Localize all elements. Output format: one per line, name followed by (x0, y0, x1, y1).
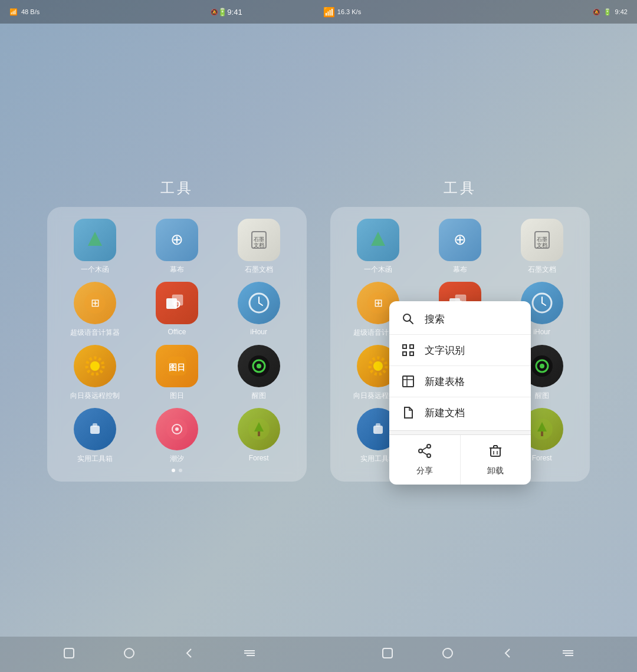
menu-divider (389, 430, 531, 435)
svg-point-81 (443, 648, 452, 658)
right-folder-card: 一个木函 ⊕ 幕布 石墨 文档 石墨文 (330, 207, 590, 482)
app-shimo[interactable]: 石墨 文档 石墨文档 (220, 219, 297, 275)
menu-action-uninstall[interactable]: 卸载 (461, 435, 531, 485)
svg-rect-68 (491, 448, 500, 456)
status-center-right: 📶 16.3 K/s (250, 0, 434, 24)
trash-icon (488, 443, 503, 462)
svg-line-67 (422, 452, 427, 455)
app-xingtucn[interactable]: 醒图 (220, 345, 297, 401)
battery-icon-left: 🔋 (218, 8, 227, 17)
app-icon-muhan (74, 219, 116, 261)
svg-text:图日: 图日 (169, 363, 185, 372)
app-chaoxi[interactable]: 潮汐 (139, 408, 216, 464)
app-shimo-r[interactable]: 石墨 文档 石墨文档 (503, 219, 580, 275)
menu-item-new-table[interactable]: 新建表格 (389, 366, 531, 397)
svg-rect-75 (64, 648, 74, 658)
svg-rect-20 (90, 426, 100, 434)
svg-point-46 (540, 364, 544, 368)
app-label-xingtucn: 醒图 (252, 391, 266, 401)
signal-icon-right: 📶 (323, 6, 335, 18)
svg-text:⊕: ⊕ (454, 230, 467, 248)
svg-point-65 (427, 454, 431, 457)
speed-text-right: 16.3 K/s (337, 8, 361, 15)
svg-point-24 (175, 427, 179, 431)
app-icon-office: O (156, 282, 198, 324)
menu-label-new-table: 新建表格 (425, 375, 465, 388)
status-left: 📶 48 B/s (0, 0, 203, 24)
app-calc[interactable]: ⊞ 超级语音计算器 (57, 282, 134, 338)
svg-text:⊕: ⊕ (170, 230, 183, 248)
menu-item-new-doc[interactable]: 新建文档 (389, 397, 531, 428)
app-icon-muhan-r (357, 219, 399, 261)
nav-square-left[interactable] (63, 647, 75, 663)
left-app-grid: 一个木函 ⊕ 幕布 石墨 文档 石墨文 (57, 219, 297, 464)
nav-home-left[interactable] (123, 647, 136, 663)
nav-back-right[interactable] (501, 647, 514, 663)
nav-menu-right[interactable] (562, 647, 574, 663)
app-office[interactable]: O Office (139, 282, 216, 338)
app-ihour[interactable]: iHour (220, 282, 297, 338)
app-icon-chaoxi (156, 408, 198, 450)
nav-menu-left[interactable] (243, 647, 256, 663)
app-icon-toolbox (74, 408, 116, 450)
svg-point-76 (124, 648, 134, 658)
app-muhan-r[interactable]: 一个木函 (340, 219, 417, 275)
time-right: 9:42 (615, 8, 628, 15)
app-icon-calc: ⊞ (74, 282, 116, 324)
app-toolbox[interactable]: 实用工具箱 (57, 408, 134, 464)
app-label-tuori: 图日 (170, 391, 184, 401)
app-label-xingtucn-r: 醒图 (535, 391, 549, 401)
nav-back-left[interactable] (183, 647, 196, 663)
svg-text:文档: 文档 (254, 242, 264, 248)
app-sunflower[interactable]: 向日葵远程控制 (57, 345, 134, 401)
right-panel-title: 工具 (444, 179, 477, 197)
svg-line-39 (542, 303, 546, 305)
svg-rect-57 (410, 345, 413, 348)
nav-left (0, 637, 318, 672)
svg-line-55 (410, 321, 413, 324)
app-icon-shimo: 石墨 文档 (238, 219, 280, 261)
app-icon-tuori: 图日 (156, 345, 198, 387)
menu-items-section: 搜索 文字识别 (389, 301, 531, 430)
status-right: 🔕 🔋 9:42 (434, 0, 637, 24)
left-panel: 工具 一个木函 ⊕ 幕布 (47, 179, 307, 482)
search-icon (401, 312, 415, 326)
app-label-calc: 超级语音计算器 (70, 328, 120, 338)
menu-action-share[interactable]: 分享 (389, 435, 461, 485)
menu-item-ocr[interactable]: 文字识别 (389, 335, 531, 366)
app-forest[interactable]: Forest (220, 408, 297, 464)
nav-home-right[interactable] (441, 647, 454, 663)
nav-square-right[interactable] (381, 647, 394, 663)
app-icon-sunflower (74, 345, 116, 387)
app-icon-xingtucn (238, 345, 280, 387)
svg-rect-56 (403, 345, 406, 348)
svg-text:石墨: 石墨 (537, 236, 547, 242)
app-label-office: Office (168, 328, 186, 336)
app-label-mubu-r: 幕布 (453, 265, 467, 275)
status-bar: 📶 48 B/s 🔕 🔋 9:41 📶 16.3 K/s 🔕 🔋 9:42 (0, 0, 637, 24)
app-icon-mubu: ⊕ (156, 219, 198, 261)
menu-label-new-doc: 新建文档 (425, 406, 465, 420)
app-label-sunflower: 向日葵远程控制 (70, 391, 120, 401)
menu-action-label-share: 分享 (416, 466, 433, 476)
svg-text:O: O (173, 299, 180, 309)
time-left: 9:41 (227, 8, 242, 17)
mute-icon-right: 🔕 (593, 9, 600, 15)
left-panel-title: 工具 (160, 179, 193, 197)
svg-rect-47 (373, 426, 383, 434)
menu-action-label-uninstall: 卸载 (487, 466, 504, 476)
app-mubu-r[interactable]: ⊕ 幕布 (422, 219, 499, 275)
menu-item-search[interactable]: 搜索 (389, 304, 531, 335)
svg-marker-0 (88, 232, 102, 246)
app-muhan[interactable]: 一个木函 (57, 219, 134, 275)
svg-rect-59 (410, 352, 413, 355)
wifi-icon: 📶 (9, 8, 18, 16)
app-mubu[interactable]: ⊕ 幕布 (139, 219, 216, 275)
svg-text:石墨: 石墨 (254, 236, 264, 242)
menu-label-ocr: 文字识别 (425, 344, 465, 357)
signal-text-left: 48 B/s (21, 8, 40, 15)
svg-point-13 (90, 361, 100, 371)
app-tuori[interactable]: 图日 图日 (139, 345, 216, 401)
svg-text:⊞: ⊞ (91, 297, 100, 309)
svg-point-63 (427, 444, 431, 448)
